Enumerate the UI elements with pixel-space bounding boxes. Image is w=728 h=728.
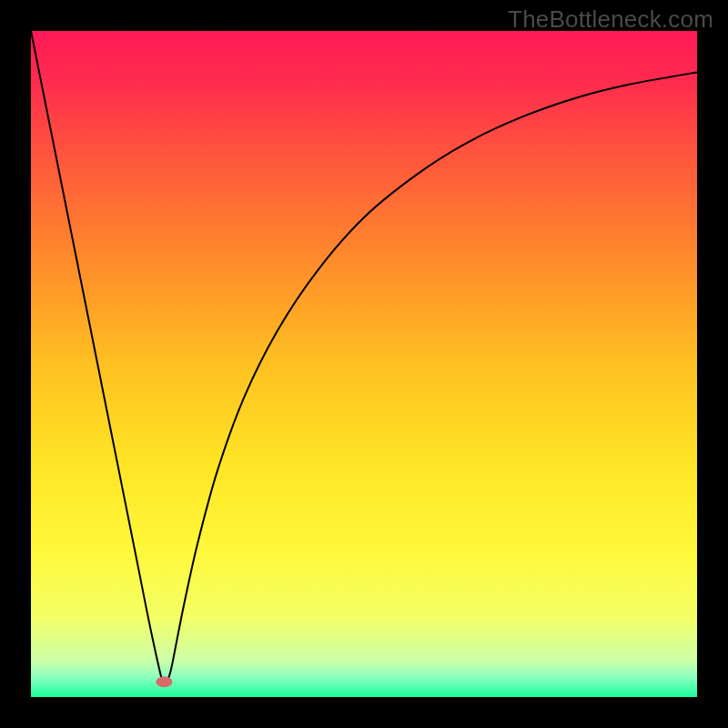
plot-area bbox=[31, 31, 697, 697]
watermark-text: TheBottleneck.com bbox=[508, 5, 713, 34]
optimal-point-marker bbox=[156, 676, 172, 687]
gradient-background bbox=[31, 31, 697, 697]
chart-svg bbox=[31, 31, 697, 697]
chart-container: TheBottleneck.com bbox=[0, 0, 728, 728]
